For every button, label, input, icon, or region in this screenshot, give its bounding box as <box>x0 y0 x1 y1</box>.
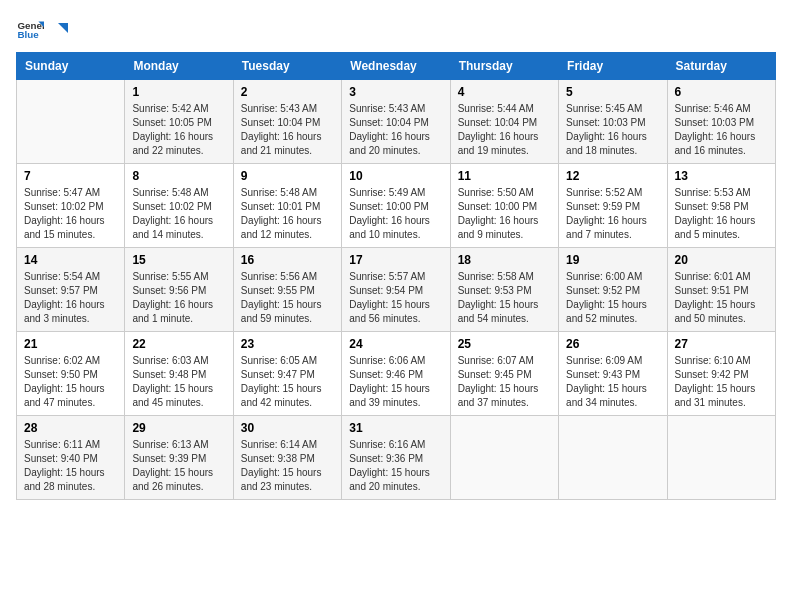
day-info: Sunrise: 5:45 AMSunset: 10:03 PMDaylight… <box>566 102 659 158</box>
day-info: Sunrise: 5:42 AMSunset: 10:05 PMDaylight… <box>132 102 225 158</box>
calendar-cell: 26Sunrise: 6:09 AMSunset: 9:43 PMDayligh… <box>559 332 667 416</box>
day-number: 17 <box>349 253 442 267</box>
day-number: 29 <box>132 421 225 435</box>
day-number: 22 <box>132 337 225 351</box>
calendar-cell: 23Sunrise: 6:05 AMSunset: 9:47 PMDayligh… <box>233 332 341 416</box>
calendar-cell: 7Sunrise: 5:47 AMSunset: 10:02 PMDayligh… <box>17 164 125 248</box>
day-info: Sunrise: 6:00 AMSunset: 9:52 PMDaylight:… <box>566 270 659 326</box>
day-number: 24 <box>349 337 442 351</box>
day-number: 4 <box>458 85 551 99</box>
calendar-week-row: 21Sunrise: 6:02 AMSunset: 9:50 PMDayligh… <box>17 332 776 416</box>
day-number: 3 <box>349 85 442 99</box>
calendar-body: 1Sunrise: 5:42 AMSunset: 10:05 PMDayligh… <box>17 80 776 500</box>
calendar-cell: 27Sunrise: 6:10 AMSunset: 9:42 PMDayligh… <box>667 332 775 416</box>
day-number: 23 <box>241 337 334 351</box>
calendar-cell: 20Sunrise: 6:01 AMSunset: 9:51 PMDayligh… <box>667 248 775 332</box>
day-info: Sunrise: 6:07 AMSunset: 9:45 PMDaylight:… <box>458 354 551 410</box>
column-header-friday: Friday <box>559 53 667 80</box>
day-info: Sunrise: 5:43 AMSunset: 10:04 PMDaylight… <box>241 102 334 158</box>
calendar-cell <box>667 416 775 500</box>
column-header-sunday: Sunday <box>17 53 125 80</box>
calendar-week-row: 28Sunrise: 6:11 AMSunset: 9:40 PMDayligh… <box>17 416 776 500</box>
calendar-cell: 2Sunrise: 5:43 AMSunset: 10:04 PMDayligh… <box>233 80 341 164</box>
calendar-cell <box>559 416 667 500</box>
day-info: Sunrise: 5:50 AMSunset: 10:00 PMDaylight… <box>458 186 551 242</box>
calendar-cell: 30Sunrise: 6:14 AMSunset: 9:38 PMDayligh… <box>233 416 341 500</box>
calendar-cell: 8Sunrise: 5:48 AMSunset: 10:02 PMDayligh… <box>125 164 233 248</box>
day-number: 21 <box>24 337 117 351</box>
day-info: Sunrise: 5:46 AMSunset: 10:03 PMDaylight… <box>675 102 768 158</box>
day-info: Sunrise: 6:02 AMSunset: 9:50 PMDaylight:… <box>24 354 117 410</box>
day-number: 5 <box>566 85 659 99</box>
calendar-cell: 22Sunrise: 6:03 AMSunset: 9:48 PMDayligh… <box>125 332 233 416</box>
day-number: 2 <box>241 85 334 99</box>
day-info: Sunrise: 5:52 AMSunset: 9:59 PMDaylight:… <box>566 186 659 242</box>
svg-text:Blue: Blue <box>17 29 39 40</box>
day-number: 26 <box>566 337 659 351</box>
logo: General Blue <box>16 16 68 44</box>
day-number: 30 <box>241 421 334 435</box>
logo-arrow-icon <box>50 21 68 39</box>
day-number: 8 <box>132 169 225 183</box>
calendar-cell: 16Sunrise: 5:56 AMSunset: 9:55 PMDayligh… <box>233 248 341 332</box>
calendar-header-row: SundayMondayTuesdayWednesdayThursdayFrid… <box>17 53 776 80</box>
day-number: 15 <box>132 253 225 267</box>
day-info: Sunrise: 6:05 AMSunset: 9:47 PMDaylight:… <box>241 354 334 410</box>
calendar-cell: 10Sunrise: 5:49 AMSunset: 10:00 PMDaylig… <box>342 164 450 248</box>
calendar-cell: 21Sunrise: 6:02 AMSunset: 9:50 PMDayligh… <box>17 332 125 416</box>
calendar-cell: 5Sunrise: 5:45 AMSunset: 10:03 PMDayligh… <box>559 80 667 164</box>
day-info: Sunrise: 5:53 AMSunset: 9:58 PMDaylight:… <box>675 186 768 242</box>
day-number: 20 <box>675 253 768 267</box>
day-info: Sunrise: 5:55 AMSunset: 9:56 PMDaylight:… <box>132 270 225 326</box>
day-number: 16 <box>241 253 334 267</box>
day-info: Sunrise: 5:57 AMSunset: 9:54 PMDaylight:… <box>349 270 442 326</box>
calendar-week-row: 1Sunrise: 5:42 AMSunset: 10:05 PMDayligh… <box>17 80 776 164</box>
column-header-wednesday: Wednesday <box>342 53 450 80</box>
day-number: 10 <box>349 169 442 183</box>
logo-icon: General Blue <box>16 16 44 44</box>
day-number: 11 <box>458 169 551 183</box>
day-number: 7 <box>24 169 117 183</box>
day-info: Sunrise: 5:54 AMSunset: 9:57 PMDaylight:… <box>24 270 117 326</box>
calendar-cell: 9Sunrise: 5:48 AMSunset: 10:01 PMDayligh… <box>233 164 341 248</box>
calendar-week-row: 14Sunrise: 5:54 AMSunset: 9:57 PMDayligh… <box>17 248 776 332</box>
day-info: Sunrise: 6:06 AMSunset: 9:46 PMDaylight:… <box>349 354 442 410</box>
calendar-cell <box>17 80 125 164</box>
calendar-week-row: 7Sunrise: 5:47 AMSunset: 10:02 PMDayligh… <box>17 164 776 248</box>
day-number: 18 <box>458 253 551 267</box>
day-info: Sunrise: 5:47 AMSunset: 10:02 PMDaylight… <box>24 186 117 242</box>
day-info: Sunrise: 5:49 AMSunset: 10:00 PMDaylight… <box>349 186 442 242</box>
calendar-cell: 4Sunrise: 5:44 AMSunset: 10:04 PMDayligh… <box>450 80 558 164</box>
calendar-cell: 11Sunrise: 5:50 AMSunset: 10:00 PMDaylig… <box>450 164 558 248</box>
column-header-tuesday: Tuesday <box>233 53 341 80</box>
svg-marker-3 <box>58 23 68 33</box>
calendar-cell: 18Sunrise: 5:58 AMSunset: 9:53 PMDayligh… <box>450 248 558 332</box>
day-number: 25 <box>458 337 551 351</box>
calendar-cell: 28Sunrise: 6:11 AMSunset: 9:40 PMDayligh… <box>17 416 125 500</box>
day-number: 27 <box>675 337 768 351</box>
day-info: Sunrise: 5:48 AMSunset: 10:02 PMDaylight… <box>132 186 225 242</box>
day-info: Sunrise: 6:01 AMSunset: 9:51 PMDaylight:… <box>675 270 768 326</box>
calendar-cell: 14Sunrise: 5:54 AMSunset: 9:57 PMDayligh… <box>17 248 125 332</box>
column-header-thursday: Thursday <box>450 53 558 80</box>
day-info: Sunrise: 6:10 AMSunset: 9:42 PMDaylight:… <box>675 354 768 410</box>
calendar-cell: 17Sunrise: 5:57 AMSunset: 9:54 PMDayligh… <box>342 248 450 332</box>
calendar-cell: 15Sunrise: 5:55 AMSunset: 9:56 PMDayligh… <box>125 248 233 332</box>
calendar-table: SundayMondayTuesdayWednesdayThursdayFrid… <box>16 52 776 500</box>
day-number: 12 <box>566 169 659 183</box>
day-info: Sunrise: 6:14 AMSunset: 9:38 PMDaylight:… <box>241 438 334 494</box>
day-number: 19 <box>566 253 659 267</box>
calendar-cell: 1Sunrise: 5:42 AMSunset: 10:05 PMDayligh… <box>125 80 233 164</box>
calendar-cell: 3Sunrise: 5:43 AMSunset: 10:04 PMDayligh… <box>342 80 450 164</box>
day-number: 14 <box>24 253 117 267</box>
header: General Blue <box>16 16 776 44</box>
day-info: Sunrise: 5:43 AMSunset: 10:04 PMDaylight… <box>349 102 442 158</box>
day-info: Sunrise: 6:03 AMSunset: 9:48 PMDaylight:… <box>132 354 225 410</box>
day-info: Sunrise: 5:44 AMSunset: 10:04 PMDaylight… <box>458 102 551 158</box>
calendar-cell: 6Sunrise: 5:46 AMSunset: 10:03 PMDayligh… <box>667 80 775 164</box>
calendar-cell: 25Sunrise: 6:07 AMSunset: 9:45 PMDayligh… <box>450 332 558 416</box>
day-number: 28 <box>24 421 117 435</box>
column-header-monday: Monday <box>125 53 233 80</box>
calendar-cell: 19Sunrise: 6:00 AMSunset: 9:52 PMDayligh… <box>559 248 667 332</box>
day-info: Sunrise: 6:09 AMSunset: 9:43 PMDaylight:… <box>566 354 659 410</box>
